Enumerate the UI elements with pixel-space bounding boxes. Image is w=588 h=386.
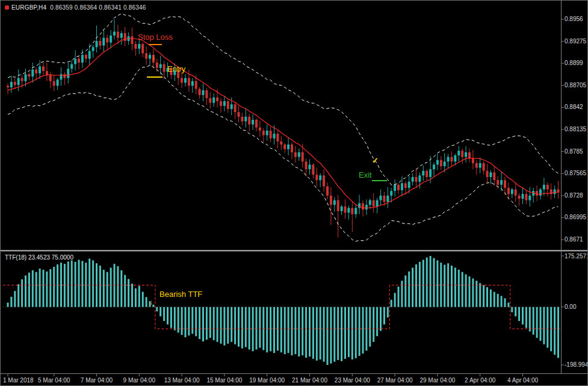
check-mark-icon[interactable]: ✓ [372,156,379,165]
ttf-bar [309,307,311,356]
ttf-bar [391,300,392,307]
arrow-marker-icon[interactable]: ↓ [152,53,155,61]
annotation-objects[interactable]: ↓↓ [147,45,387,307]
ttf-bar [433,258,435,307]
candle-body [244,117,247,122]
ttf-bar [483,285,484,307]
ttf-bar [305,307,307,358]
candle-body [397,185,400,190]
date-label: 1 Mar 2018 [3,377,34,384]
ttf-bar [472,278,474,307]
ttf-bar [359,307,361,356]
ttf-bar [412,268,413,307]
ttf-bar [415,264,417,307]
chart-canvas[interactable]: ↓↓ [1,1,588,386]
date-label: 5 Mar 04:00 [38,377,70,384]
ttf-bar [146,297,147,307]
candle-body [212,98,215,103]
candle-body [369,201,371,205]
candle-body [238,112,240,117]
candle-body [191,81,194,86]
ttf-bar [451,266,453,307]
candle-body [465,152,467,157]
ttf-bar [231,307,232,342]
ttf-bar [195,307,197,336]
ttf-bar [288,307,289,353]
ttf-bar [25,276,26,307]
date-label: 13 Mar 04:00 [164,377,200,384]
candle-body [347,208,350,213]
candle-body [429,169,432,177]
candle-body [270,131,272,139]
candle-body [117,32,119,38]
ttf-bar [494,292,495,307]
candle-body [404,183,407,188]
ttf-bar [426,258,428,307]
date-label: 15 Mar 04:00 [206,377,242,384]
panel-splitter[interactable] [1,250,588,251]
ttf-bar [209,307,211,338]
ttf-bar [206,307,208,340]
candle-body [141,44,144,53]
candle-body [106,38,108,43]
ttf-bar [440,263,442,307]
candle-body [234,104,237,112]
ttf-bar [128,279,129,307]
ttf-bar [170,307,172,328]
ttf-bar [245,307,247,347]
ttf-bar [71,260,73,307]
date-label: 9 Mar 04:00 [123,377,155,384]
ttf-bar [99,266,101,307]
ttf-bar [369,307,371,347]
candle-body [475,163,478,168]
ttf-bar [156,307,158,311]
candle-body [380,196,382,201]
ttf-bar [469,276,471,307]
candle-body [17,78,20,86]
ttf-bar [234,307,236,344]
candle-body [92,47,94,51]
ttf-bar [67,261,69,307]
ttf-bar [422,260,424,307]
candle-body [163,64,166,72]
ttf-bar [408,272,410,307]
arrow-marker-icon[interactable]: ↓ [149,298,153,307]
candle-body [220,101,222,106]
ttf-bar [220,307,222,344]
ttf-bar [284,307,286,354]
ttf-bar [404,276,406,307]
candle-body [528,196,531,201]
chart-ohlc-quotes: 0.86359 0.86364 0.86341 0.86346 [50,4,146,11]
ttf-bar [475,281,477,307]
ttf-bar [501,296,503,307]
price-scale[interactable]: 175.2571 0.00 -198.9949 0.89560.892750.8… [562,1,588,373]
candle-body [216,98,218,101]
candle-body [276,134,279,142]
ttf-axis-min-label: -198.9949 [565,361,588,369]
candle-body [518,196,521,199]
ttf-bar [376,307,378,336]
candle-body [53,81,55,86]
candle-body [156,63,158,68]
candle-body [110,36,112,43]
stop-loss-annotation[interactable]: Stop Loss [138,33,173,42]
ttf-bar [213,307,215,340]
bearish-ttf-annotation[interactable]: Bearish TTF [159,290,202,299]
entry-annotation[interactable]: Entry [167,64,185,73]
candle-body [444,161,446,166]
candle-body [500,180,503,185]
chart-window: ↓↓ EURGBP,H40.86359 0.86364 0.86341 0.86… [0,0,588,386]
candle-body [504,180,506,188]
ttf-bar [120,270,122,307]
ttf-bar [249,307,250,350]
time-scale[interactable]: 1 Mar 20185 Mar 04:007 Mar 04:009 Mar 04… [1,374,588,386]
exit-annotation[interactable]: Exit [359,170,372,179]
candle-body [131,36,134,44]
chart-symbol-timeframe: EURGBP,H4 [11,4,46,11]
ttf-bar [85,263,87,307]
ttf-bar [351,307,353,360]
candle-body [422,171,424,176]
price-axis-label: 0.8785 [565,148,583,155]
ttf-bar [46,272,48,307]
candle-body [113,32,116,36]
